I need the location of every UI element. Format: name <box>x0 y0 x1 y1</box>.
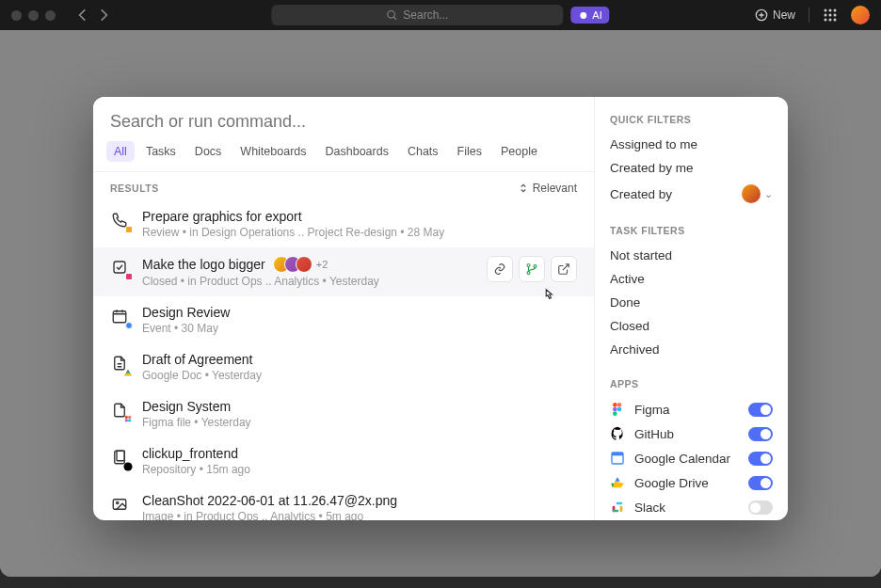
svg-point-25 <box>117 501 119 503</box>
chevron-down-icon: ⌄ <box>764 188 773 200</box>
svg-point-29 <box>617 407 622 412</box>
result-meta: Event • 30 May <box>142 322 577 335</box>
result-title: Prepare graphics for export <box>142 209 577 224</box>
slack-icon <box>610 500 625 515</box>
sort-dropdown[interactable]: Relevant <box>518 182 577 195</box>
svg-point-13 <box>527 263 530 266</box>
result-meta: Figma file • Yesterday <box>142 416 577 429</box>
quick-filters-heading: QUICK FILTERS <box>610 114 773 125</box>
git-branch-icon <box>525 262 538 276</box>
results-heading: RESULTS <box>110 183 159 194</box>
filter-tabs: All Tasks Docs Whiteboards Dashboards Ch… <box>93 141 594 172</box>
result-item[interactable]: CleanShot 2022-06-01 at 11.26.47@2x.png … <box>93 485 594 520</box>
figma-file-icon <box>110 399 129 421</box>
plus-circle-icon <box>755 8 768 22</box>
result-meta: Closed • in Product Ops .. Analytics • Y… <box>142 275 473 288</box>
result-title: CleanShot 2022-06-01 at 11.26.47@2x.png <box>142 493 577 508</box>
google-drive-icon <box>610 475 625 490</box>
result-title: Design Review <box>142 305 577 320</box>
result-title: Draft of Agreement <box>142 352 577 367</box>
svg-rect-16 <box>113 311 126 323</box>
result-item[interactable]: Design Review Event • 30 May <box>93 296 594 343</box>
svg-point-28 <box>613 407 617 412</box>
result-item[interactable]: Make the logo bigger +2 Closed • in Prod… <box>93 247 594 296</box>
result-item[interactable]: Draft of Agreement Google Doc • Yesterda… <box>93 343 594 390</box>
svg-point-23 <box>123 462 132 470</box>
titlebar: Search... AI New <box>0 0 881 30</box>
svg-rect-35 <box>620 506 623 513</box>
open-external-button[interactable] <box>551 256 577 282</box>
command-search-input[interactable] <box>93 97 594 141</box>
ai-button[interactable]: AI <box>570 7 609 24</box>
filter-active[interactable]: Active <box>610 267 773 291</box>
filter-created-by[interactable]: Created by ⌄ <box>610 180 773 208</box>
tab-dashboards[interactable]: Dashboards <box>318 141 396 162</box>
svg-rect-24 <box>113 500 126 510</box>
global-search-input[interactable]: Search... <box>271 5 563 25</box>
result-meta: Review • in Design Operations .. Project… <box>142 226 577 239</box>
tab-whiteboards[interactable]: Whiteboards <box>232 141 313 162</box>
svg-point-20 <box>128 419 131 421</box>
toggle-slack[interactable] <box>748 501 773 515</box>
toggle-github[interactable] <box>748 427 773 441</box>
tab-docs[interactable]: Docs <box>187 141 229 162</box>
svg-rect-36 <box>613 510 619 513</box>
svg-point-5 <box>834 9 837 12</box>
result-item[interactable]: Prepare graphics for export Review • in … <box>93 200 594 247</box>
filter-created-by-me[interactable]: Created by me <box>610 156 773 180</box>
svg-point-18 <box>128 416 131 419</box>
svg-point-26 <box>613 403 617 407</box>
result-item[interactable]: Design System Figma file • Yesterday <box>93 390 594 437</box>
nav-back-icon[interactable] <box>74 7 91 24</box>
svg-point-27 <box>617 403 622 407</box>
svg-point-0 <box>388 11 395 19</box>
svg-rect-32 <box>612 453 623 455</box>
result-meta: Image • in Product Ops .. Analytics • 5m… <box>142 510 577 520</box>
toggle-figma[interactable] <box>748 403 773 417</box>
tab-chats[interactable]: Chats <box>400 141 446 162</box>
svg-point-1 <box>580 12 586 19</box>
svg-rect-12 <box>114 262 125 273</box>
filter-archived[interactable]: Archived <box>610 338 773 361</box>
avatar <box>742 184 761 203</box>
copy-link-button[interactable] <box>487 256 513 282</box>
new-button[interactable]: New <box>755 8 795 22</box>
filters-panel: QUICK FILTERS Assigned to me Created by … <box>595 97 788 520</box>
filter-done[interactable]: Done <box>610 291 773 314</box>
apps-grid-icon[interactable] <box>823 8 838 23</box>
svg-rect-22 <box>117 451 124 461</box>
svg-point-14 <box>527 272 530 275</box>
image-file-icon <box>110 493 129 516</box>
app-google-drive: Google Drive <box>610 470 773 495</box>
app-github: GitHub <box>610 421 773 446</box>
filter-not-started[interactable]: Not started <box>610 244 773 267</box>
window-traffic-lights[interactable] <box>11 10 56 21</box>
svg-point-4 <box>829 9 832 12</box>
svg-point-10 <box>829 19 832 22</box>
tab-people[interactable]: People <box>493 141 545 162</box>
link-icon <box>493 262 506 276</box>
branch-button[interactable] <box>519 256 545 282</box>
svg-rect-34 <box>617 502 623 505</box>
filter-closed[interactable]: Closed <box>610 314 773 338</box>
svg-point-6 <box>825 14 827 17</box>
apps-heading: APPS <box>610 378 773 389</box>
tab-all[interactable]: All <box>106 141 135 162</box>
filter-assigned-to-me[interactable]: Assigned to me <box>610 133 773 156</box>
app-google-calendar: Google Calendar <box>610 446 773 470</box>
tab-tasks[interactable]: Tasks <box>138 141 184 162</box>
toggle-google-drive[interactable] <box>748 476 773 490</box>
nav-forward-icon[interactable] <box>95 7 112 24</box>
external-link-icon <box>557 262 570 276</box>
user-avatar[interactable] <box>851 6 870 24</box>
tab-files[interactable]: Files <box>450 141 489 162</box>
svg-point-8 <box>834 14 837 17</box>
toggle-google-calendar[interactable] <box>748 452 773 466</box>
result-title: clickup_frontend <box>142 446 577 461</box>
task-check-icon <box>110 256 129 278</box>
result-item[interactable]: clickup_frontend Repository • 15m ago <box>93 437 594 485</box>
figma-icon <box>610 402 625 417</box>
result-title: Make the logo bigger +2 <box>142 256 473 273</box>
repository-icon <box>110 446 129 469</box>
command-palette: All Tasks Docs Whiteboards Dashboards Ch… <box>93 97 788 520</box>
